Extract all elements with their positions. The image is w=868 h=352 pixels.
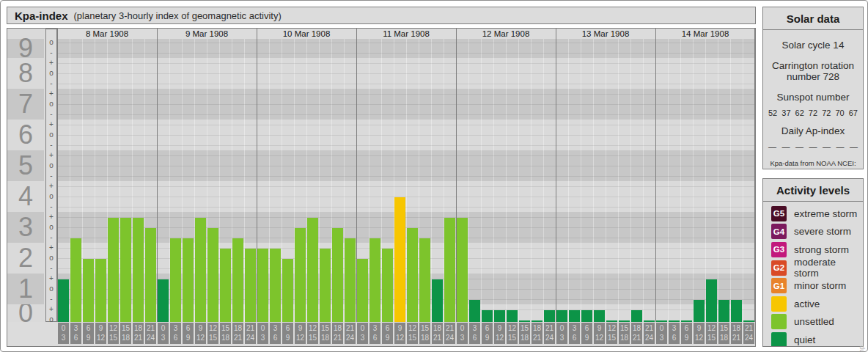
y-axis-sublevel-mark: o [45, 315, 57, 324]
legend-chip [771, 332, 787, 347]
slot-gridline [568, 39, 569, 322]
hour-label-box: 1518 [320, 323, 331, 344]
ap-value: — [850, 142, 858, 151]
y-axis-sublevel-mark: - [45, 172, 57, 180]
date-header-cell: 14 Mar 1908 [655, 29, 755, 39]
data-source-note: Kpa-data from NOAA NCEI: http://www.ngdc… [763, 159, 863, 169]
hour-label-box: 1518 [419, 323, 430, 344]
hour-label-end: 15 [706, 333, 717, 342]
hour-label-box: 912 [195, 323, 206, 344]
y-axis-sublevel-mark: + [45, 243, 57, 252]
activity-levels-panel: Activity levels G5extreme stormG4severe … [762, 178, 864, 347]
carrington-rotation-text: Carrington rotation number 728 [763, 61, 863, 82]
slot-gridline [506, 39, 507, 322]
hour-label-box: 1518 [120, 323, 131, 344]
kp-bar [507, 310, 518, 322]
y-axis-sublevel-mark: o [45, 285, 57, 293]
slot-gridline [668, 39, 669, 322]
y-axis-sublevel-mark: - [45, 202, 57, 211]
ap-value: — [836, 142, 845, 151]
chart-panel: 0123456789o+-o+-o+-o+-o+-o+-o+-o+-o+-o8 … [7, 28, 756, 347]
hour-label-end: 15 [407, 333, 418, 342]
hour-label-box: 1821 [731, 323, 742, 344]
hour-label-box: 2124 [544, 323, 555, 344]
hour-label-start: 21 [644, 323, 655, 333]
y-axis-number: 6 [18, 120, 33, 150]
y-axis-number-band: 7 [7, 89, 44, 120]
hour-label-start: 18 [232, 323, 243, 333]
kp-gridline [57, 145, 755, 146]
hour-label-start: 6 [183, 323, 194, 333]
solar-data-panel: Solar data Solar cycle 14 Carrington rot… [762, 7, 864, 169]
hour-label-box: 1821 [631, 323, 642, 344]
y-axis-number: 1 [18, 274, 33, 304]
hour-label-end: 18 [718, 333, 729, 342]
legend-row: G4severe storm [763, 223, 863, 241]
hour-label-start: 3 [469, 323, 480, 333]
legend-chip-badge: G2 [771, 260, 787, 276]
kp-gridline [57, 258, 755, 259]
hour-label-end: 15 [207, 333, 218, 342]
y-axis-sublevel-mark: + [45, 305, 57, 314]
legend-row: G2moderate storm [763, 259, 863, 277]
hour-label-end: 9 [183, 333, 194, 342]
slot-gridline [493, 39, 494, 322]
kp-gridline [57, 268, 755, 269]
hour-label-start: 9 [594, 323, 605, 333]
hour-label-end: 3 [556, 333, 567, 342]
kp-bar [669, 320, 680, 322]
kp-gridline [57, 53, 755, 54]
kp-gridline [57, 186, 755, 187]
kp-bar [257, 249, 268, 322]
hour-label-end: 6 [469, 333, 480, 342]
hour-label-box: 03 [58, 323, 69, 344]
hour-label-box: 2124 [444, 323, 455, 344]
kp-bar [108, 218, 119, 322]
slot-gridline [693, 39, 694, 322]
y-axis-sublevel-mark: o [45, 100, 57, 109]
legend-item-label: extreme storm [794, 208, 857, 219]
kp-bar [694, 300, 705, 322]
kp-gridline [57, 84, 755, 84]
y-axis-sublevel-mark: - [45, 141, 57, 150]
kp-bar [731, 300, 742, 322]
hour-label-box: 1821 [332, 323, 343, 344]
hour-label-end: 24 [644, 333, 655, 342]
hour-label-box: 912 [394, 323, 405, 344]
hour-label-end: 15 [606, 333, 617, 342]
hour-label-start: 3 [270, 323, 281, 333]
hour-label-start: 21 [743, 323, 754, 333]
hour-label-box: 2124 [644, 323, 655, 344]
hour-label-box: 1215 [207, 323, 218, 344]
day-separator-line [556, 29, 556, 322]
hour-label-end: 18 [519, 333, 530, 342]
hour-label-end: 21 [731, 333, 742, 342]
hour-label-box: 36 [170, 323, 181, 344]
hour-label-start: 3 [669, 323, 680, 333]
hour-label-end: 6 [569, 333, 580, 342]
legend-item-label: quiet [794, 334, 815, 345]
kp-bar [345, 238, 356, 322]
hour-label-start: 0 [58, 323, 69, 333]
hour-label-end: 21 [332, 333, 343, 342]
y-axis-number: 9 [18, 33, 33, 64]
hour-label-box: 912 [694, 323, 705, 344]
kp-bar [183, 238, 194, 322]
slot-gridline [680, 39, 681, 322]
y-axis-sublevel-mark: - [45, 79, 57, 88]
kp-gridline [57, 248, 755, 249]
kp-bar [469, 300, 480, 322]
y-axis-sublevel-mark: - [45, 264, 57, 273]
kp-bar [382, 249, 393, 322]
y-axis-sublevel-mark: o [45, 161, 57, 170]
hour-label-start: 21 [345, 323, 356, 333]
y-axis-sublevel-mark: - [45, 110, 57, 119]
kp-bar [419, 238, 430, 322]
slot-gridline [718, 39, 718, 322]
day-separator-line [356, 29, 357, 322]
hour-label-box: 2124 [743, 323, 754, 344]
solar-panel-title: Solar data [763, 7, 863, 30]
kp-bar [95, 259, 106, 322]
legend-item-label: active [794, 298, 820, 309]
y-axis-number-band: 0 [7, 304, 44, 322]
